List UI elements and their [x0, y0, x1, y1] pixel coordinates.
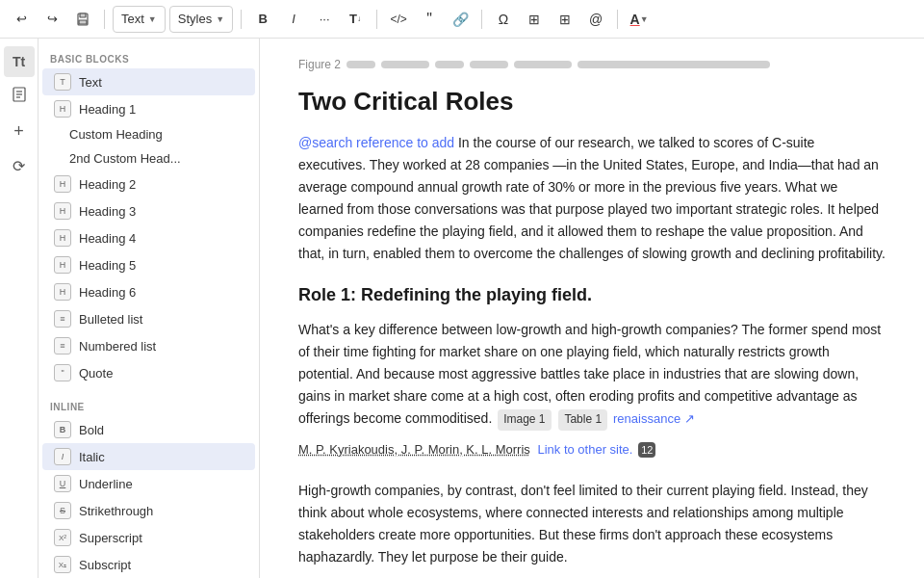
bold-button[interactable]: B: [249, 6, 276, 33]
sidebar-item-subscript[interactable]: X₂ Subscript: [42, 551, 255, 578]
table-insert-button[interactable]: ⊞: [521, 6, 548, 33]
sidebar-item-strikethrough[interactable]: S Strikethrough: [42, 497, 255, 524]
divider1: [104, 10, 105, 29]
sidebar-item-heading4[interactable]: H Heading 4: [42, 224, 255, 251]
history-icon-btn[interactable]: ⟳: [4, 150, 35, 181]
divider5: [617, 10, 618, 29]
sidebar-item-text-label: Text: [79, 75, 102, 90]
omega-button[interactable]: Ω: [490, 6, 517, 33]
add-icon-btn[interactable]: +: [4, 116, 35, 146]
sidebar-item-custom-heading-label: Custom Heading: [69, 127, 163, 142]
sidebar-panel: BASIC BLOCKS T Text H Heading 1 Custom H…: [38, 39, 260, 578]
sidebar-item-numbered-label: Numbered list: [79, 339, 156, 354]
blocks-icon-btn[interactable]: Tt: [4, 46, 35, 77]
sidebar-item-text[interactable]: T Text: [42, 68, 255, 95]
text-style-label: Text: [121, 12, 144, 26]
sidebar-item-custom-heading[interactable]: Custom Heading: [42, 122, 255, 146]
subscript-inline-icon: X₂: [54, 556, 71, 573]
heading1-block-icon: H: [54, 100, 71, 118]
bold-inline-icon: B: [54, 421, 71, 438]
save-button[interactable]: [69, 6, 96, 33]
authors-text: M. P. Kyriakoudis, J. P. Morin, K. L. Mo…: [298, 442, 533, 457]
heading4-block-icon: H: [54, 229, 71, 247]
italic-inline-icon: I: [54, 448, 71, 465]
figure-bar-1: [346, 61, 375, 68]
more-format-button[interactable]: ···: [311, 6, 338, 33]
styles-label: Styles: [178, 12, 212, 26]
sidebar-item-heading2[interactable]: H Heading 2: [42, 171, 255, 197]
figure-line: Figure 2: [298, 58, 886, 71]
numbered-list-icon: ≡: [54, 337, 71, 355]
bulleted-list-icon: ≡: [54, 310, 71, 328]
sidebar-item-quote[interactable]: " Quote: [42, 359, 255, 386]
authors-row: M. P. Kyriakoudis, J. P. Morin, K. L. Mo…: [298, 438, 886, 460]
figure-bar-4: [470, 61, 508, 68]
sidebar-item-underline-label: Underline: [79, 477, 133, 491]
sidebar-item-heading1-label: Heading 1: [79, 102, 136, 117]
media-insert-button[interactable]: ⊞: [552, 6, 578, 33]
svg-rect-2: [79, 20, 87, 24]
sidebar-item-custom-heading2-label: 2nd Custom Head...: [69, 151, 181, 166]
sidebar-item-quote-label: Quote: [79, 366, 113, 381]
link-other-site[interactable]: Link to other site.: [537, 442, 632, 457]
sidebar-item-italic[interactable]: I Italic: [42, 443, 255, 470]
redo-button[interactable]: ↪: [38, 6, 65, 33]
table-badge[interactable]: Table 1: [558, 409, 607, 431]
text-style-chevron: ▼: [148, 14, 157, 24]
doc-icon-btn[interactable]: [4, 81, 35, 112]
sidebar-item-custom-heading2[interactable]: 2nd Custom Head...: [42, 146, 255, 171]
image-badge[interactable]: Image 1: [498, 409, 551, 431]
paragraph-2: What's a key difference between low-grow…: [298, 319, 886, 431]
authors-names: M. P. Kyriakoudis, J. P. Morin, K. L. Mo…: [298, 442, 530, 457]
doc-icon: [11, 86, 28, 107]
sidebar-icons: Tt + ⟳: [0, 39, 38, 578]
divider2: [241, 10, 242, 29]
heading5-block-icon: H: [54, 256, 71, 274]
quote-block-icon: ": [54, 364, 71, 381]
paragraph-1: @search reference to add In the course o…: [298, 132, 886, 266]
text-block-icon: T: [54, 73, 71, 91]
divider4: [481, 10, 482, 29]
sidebar-item-heading6-label: Heading 6: [79, 285, 136, 300]
paragraph-1-text: In the course of our research, we talked…: [298, 135, 886, 261]
renaissance-link[interactable]: renaissance ↗: [613, 411, 695, 426]
code-button[interactable]: </>: [385, 6, 412, 33]
styles-chevron: ▼: [216, 14, 224, 24]
sidebar-item-heading5[interactable]: H Heading 5: [42, 251, 255, 278]
divider3: [376, 10, 377, 29]
sidebar-item-subscript-label: Subscript: [79, 558, 131, 572]
mention-button[interactable]: @: [582, 6, 609, 33]
format-type-button[interactable]: T↓: [342, 6, 369, 33]
sidebar-item-bold[interactable]: B Bold: [42, 416, 255, 443]
italic-button[interactable]: I: [280, 6, 307, 33]
strikethrough-inline-icon: S: [54, 502, 71, 519]
sidebar-item-heading1[interactable]: H Heading 1: [42, 95, 255, 122]
underline-inline-icon: U: [54, 475, 71, 492]
link-button[interactable]: 🔗: [447, 6, 474, 33]
figure-bar-2: [381, 61, 429, 68]
sidebar-item-underline[interactable]: U Underline: [42, 470, 255, 497]
sidebar-item-superscript[interactable]: X² Superscript: [42, 524, 255, 551]
count-badge: 12: [638, 442, 655, 458]
sidebar-item-strikethrough-label: Strikethrough: [79, 504, 153, 518]
history-icon: ⟳: [13, 157, 25, 175]
styles-dropdown[interactable]: Styles ▼: [169, 6, 233, 33]
mention-link[interactable]: @search reference to add: [298, 135, 454, 150]
toolbar: ↩ ↪ Text ▼ Styles ▼ B I ··· T↓ </> " 🔗 Ω…: [0, 0, 924, 39]
undo-button[interactable]: ↩: [8, 6, 35, 33]
figure-bar-6: [578, 61, 770, 68]
sidebar-item-numbered-list[interactable]: ≡ Numbered list: [42, 332, 255, 359]
heading2-block-icon: H: [54, 175, 71, 193]
sidebar-item-bulleted-list[interactable]: ≡ Bulleted list: [42, 305, 255, 332]
add-icon: +: [13, 121, 24, 142]
heading3-block-icon: H: [54, 202, 71, 220]
text-style-dropdown[interactable]: Text ▼: [113, 6, 166, 33]
tt-icon: Tt: [13, 54, 25, 69]
doc-title: Two Critical Roles: [298, 87, 886, 117]
sidebar-item-heading3[interactable]: H Heading 3: [42, 197, 255, 224]
sidebar-item-superscript-label: Superscript: [79, 531, 142, 545]
role-heading: Role 1: Redefining the playing field.: [298, 285, 886, 305]
sidebar-item-heading6[interactable]: H Heading 6: [42, 278, 255, 305]
color-button[interactable]: A ▼: [626, 6, 653, 33]
quote-button[interactable]: ": [416, 6, 443, 33]
